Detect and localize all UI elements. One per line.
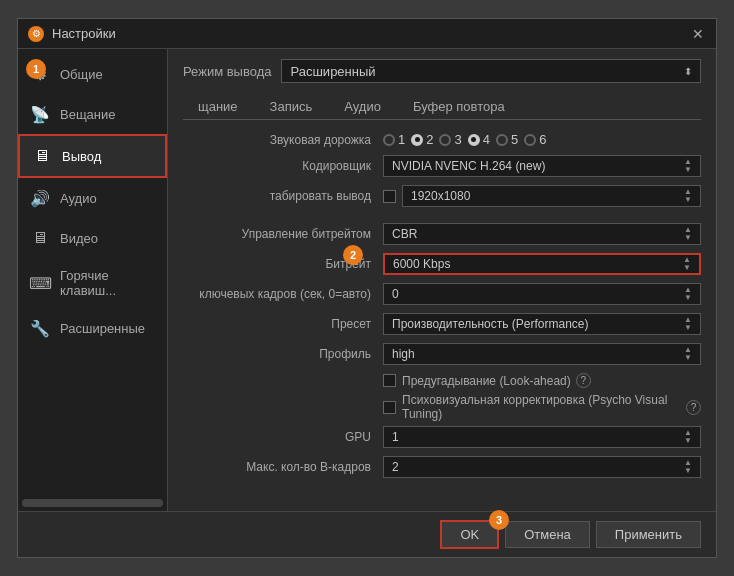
encoder-select[interactable]: NVIDIA NVENC H.264 (new) ▲ ▼ (383, 155, 701, 177)
sidebar-item-general[interactable]: 1 ⚙ Общие (18, 54, 167, 94)
tab-record[interactable]: Запись (255, 93, 328, 119)
rescale-value: 1920x1080 (411, 189, 684, 203)
gpu-arrows: ▲ ▼ (684, 429, 692, 445)
bitrate-control-row: Управление битрейтом CBR ▲ ▼ (183, 223, 701, 245)
output-mode-select[interactable]: Расширенный ⬍ (281, 59, 701, 83)
main-content: Режим вывода Расширенный ⬍ щание Запись … (168, 49, 716, 511)
rescale-label: табировать вывод (183, 189, 383, 203)
encoder-arrows: ▲ ▼ (684, 158, 692, 174)
bframes-input[interactable]: 2 ▲ ▼ (383, 456, 701, 478)
radio-4[interactable]: 4 (468, 132, 490, 147)
bitrate-control-select[interactable]: CBR ▲ ▼ (383, 223, 701, 245)
rescale-arrows: ▲ ▼ (684, 188, 692, 204)
radio-6[interactable]: 6 (524, 132, 546, 147)
cancel-label: Отмена (524, 527, 571, 542)
preset-arrows: ▲ ▼ (684, 316, 692, 332)
spacer-1 (183, 215, 701, 223)
keyboard-icon: ⌨ (30, 273, 50, 293)
keyframe-arrows: ▲ ▼ (684, 286, 692, 302)
tab-audio[interactable]: Аудио (329, 93, 396, 119)
lookahead-label: Предугадывание (Look-ahead) (402, 374, 571, 388)
sidebar-label-broadcast: Вещание (60, 107, 116, 122)
sidebar-label-advanced: Расширенные (60, 321, 145, 336)
sidebar-item-output[interactable]: 🖥 Вывод (18, 134, 167, 178)
radio-2[interactable]: 2 (411, 132, 433, 147)
video-icon: 🖥 (30, 228, 50, 248)
sidebar-item-broadcast[interactable]: 📡 Вещание (18, 94, 167, 134)
audio-track-label: Звуковая дорожка (183, 133, 383, 147)
lookahead-help-icon[interactable]: ? (576, 373, 591, 388)
speaker-icon: 🔊 (30, 188, 50, 208)
encoder-label: Кодировщик (183, 159, 383, 173)
psycho-visual-label: Психовизуальная корректировка (Psycho Vi… (402, 393, 681, 421)
radio-1[interactable]: 1 (383, 132, 405, 147)
sidebar-label-hotkeys: Горячие клавиш... (60, 268, 155, 298)
tab-broadcast[interactable]: щание (183, 93, 253, 119)
close-button[interactable]: ✕ (690, 26, 706, 42)
settings-window: ⚙ Настройки ✕ 1 ⚙ Общие 📡 Вещание 🖥 Выво… (17, 18, 717, 558)
sidebar: 1 ⚙ Общие 📡 Вещание 🖥 Вывод 🔊 Аудио 🖥 Ви… (18, 49, 168, 511)
lookahead-checkbox[interactable] (383, 374, 396, 387)
window-icon: ⚙ (28, 26, 44, 42)
preset-select[interactable]: Производительность (Performance) ▲ ▼ (383, 313, 701, 335)
radio-circle-6 (524, 134, 536, 146)
window-body: 1 ⚙ Общие 📡 Вещание 🖥 Вывод 🔊 Аудио 🖥 Ви… (18, 49, 716, 511)
psycho-visual-checkbox[interactable] (383, 401, 396, 414)
bitrate-control-label: Управление битрейтом (183, 227, 383, 241)
lookahead-row: Предугадывание (Look-ahead) ? (183, 373, 701, 388)
profile-value: high (392, 347, 684, 361)
sidebar-item-advanced[interactable]: 🔧 Расширенные (18, 308, 167, 348)
radio-3[interactable]: 3 (439, 132, 461, 147)
psycho-visual-help-icon[interactable]: ? (686, 400, 701, 415)
bframes-label: Макс. кол-во B-кадров (183, 460, 383, 474)
sidebar-item-hotkeys[interactable]: ⌨ Горячие клавиш... (18, 258, 167, 308)
bframes-arrows: ▲ ▼ (684, 459, 692, 475)
preset-label: Пресет (183, 317, 383, 331)
output-mode-value: Расширенный (290, 64, 375, 79)
profile-select[interactable]: high ▲ ▼ (383, 343, 701, 365)
cancel-button[interactable]: Отмена (505, 521, 590, 548)
sidebar-item-video[interactable]: 🖥 Видео (18, 218, 167, 258)
gpu-row: GPU 1 ▲ ▼ (183, 426, 701, 448)
gpu-input[interactable]: 1 ▲ ▼ (383, 426, 701, 448)
step-badge-2: 2 (343, 245, 363, 265)
audio-track-row: Звуковая дорожка 1 2 3 (183, 132, 701, 147)
rescale-select[interactable]: 1920x1080 ▲ ▼ (402, 185, 701, 207)
radio-5[interactable]: 5 (496, 132, 518, 147)
audio-track-radios: 1 2 3 4 5 (383, 132, 552, 147)
bframes-value: 2 (392, 460, 684, 474)
window-title: Настройки (52, 26, 690, 41)
radio-circle-2 (411, 134, 423, 146)
bitrate-control-value: CBR (392, 227, 684, 241)
sidebar-scrollbar[interactable] (22, 499, 163, 507)
encoder-value: NVIDIA NVENC H.264 (new) (392, 159, 684, 173)
radio-circle-1 (383, 134, 395, 146)
tab-bar: щание Запись Аудио Буфер повтора (183, 93, 701, 120)
sidebar-label-general: Общие (60, 67, 103, 82)
encoder-row: Кодировщик NVIDIA NVENC H.264 (new) ▲ ▼ (183, 155, 701, 177)
apply-button[interactable]: Применить (596, 521, 701, 548)
preset-value: Производительность (Performance) (392, 317, 684, 331)
title-bar: ⚙ Настройки ✕ (18, 19, 716, 49)
footer: 3 OK Отмена Применить (18, 511, 716, 557)
rescale-checkbox[interactable] (383, 190, 396, 203)
gpu-value: 1 (392, 430, 684, 444)
keyframe-input[interactable]: 0 ▲ ▼ (383, 283, 701, 305)
rescale-row: табировать вывод 1920x1080 ▲ ▼ (183, 185, 701, 207)
sidebar-label-output: Вывод (62, 149, 101, 164)
ok-button[interactable]: 3 OK (440, 520, 499, 549)
bitrate-select[interactable]: 6000 Kbps ▲ ▼ (383, 253, 701, 275)
sidebar-spacer (18, 348, 167, 495)
sidebar-label-video: Видео (60, 231, 98, 246)
bframes-row: Макс. кол-во B-кадров 2 ▲ ▼ (183, 456, 701, 478)
radio-circle-4 (468, 134, 480, 146)
bitrate-arrows: ▲ ▼ (683, 256, 691, 272)
preset-row: Пресет Производительность (Performance) … (183, 313, 701, 335)
keyframe-row: ключевых кадров (сек, 0=авто) 0 ▲ ▼ (183, 283, 701, 305)
monitor-icon: 🖥 (32, 146, 52, 166)
tab-replay[interactable]: Буфер повтора (398, 93, 520, 119)
bitrate-control-arrows: ▲ ▼ (684, 226, 692, 242)
bitrate-value: 6000 Kbps (393, 257, 683, 271)
keyframe-label: ключевых кадров (сек, 0=авто) (183, 287, 383, 301)
sidebar-item-audio[interactable]: 🔊 Аудио (18, 178, 167, 218)
